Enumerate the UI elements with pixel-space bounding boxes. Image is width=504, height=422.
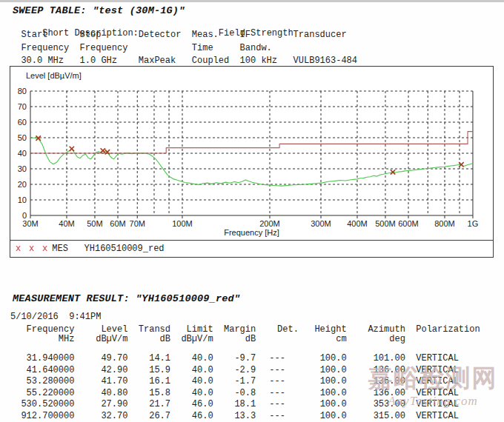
table-cell: VERTICAL — [416, 365, 459, 377]
table-cell: 55.220000 — [10, 388, 74, 400]
table-cell: -1.7 — [213, 376, 256, 388]
sweep-param-cell — [294, 42, 357, 56]
table-cell: 21.7 — [127, 399, 170, 411]
table-cell: -9.7 — [213, 353, 256, 365]
svg-text:200M: 200M — [259, 219, 280, 228]
table-row: 41.64000042.9015.940.0-2.9---100.0136.00… — [10, 365, 480, 377]
svg-text:50: 50 — [18, 133, 27, 142]
table-cell: deg — [347, 335, 405, 344]
table-cell: dB — [127, 335, 170, 344]
sweep-param-cell: Time — [192, 42, 240, 56]
table-cell: --- — [256, 376, 299, 388]
table-cell: 912.700000 — [10, 411, 74, 422]
svg-text:50M: 50M — [87, 219, 102, 228]
table-cell: 15.8 — [127, 388, 170, 400]
table-cell: VERTICAL — [416, 411, 459, 422]
table-cell: 46.0 — [170, 399, 213, 411]
svg-text:30: 30 — [18, 164, 27, 173]
table-cell: 27.90 — [74, 399, 127, 411]
svg-text:40M: 40M — [59, 219, 74, 228]
legend-marker-symbols: x x x — [16, 244, 49, 254]
table-cell: 42.90 — [74, 365, 127, 377]
table-cell: 18.1 — [213, 399, 256, 411]
sweep-parameters-table: StartStopDetectorMeas.IFTransducerFreque… — [10, 29, 357, 68]
table-cell: 136.00 — [347, 388, 405, 400]
svg-text:60: 60 — [18, 118, 27, 127]
table-cell: 40.80 — [74, 388, 127, 400]
svg-text:30M: 30M — [22, 219, 38, 228]
sweep-table-title: SWEEP TABLE: "test (30M-1G)" — [13, 5, 185, 16]
table-row: 55.22000040.8015.840.0-0.8---100.0136.00… — [10, 388, 480, 400]
table-cell: 101.00 — [347, 353, 405, 365]
table-cell: 26.7 — [127, 411, 170, 422]
svg-text:Frequency [Hz]: Frequency [Hz] — [224, 228, 279, 237]
top-divider — [0, 0, 504, 2]
svg-text:Level [dBµV/m]: Level [dBµV/m] — [26, 71, 82, 80]
table-cell: 100.0 — [299, 353, 347, 365]
table-cell: 41.70 — [74, 376, 127, 388]
svg-text:70M: 70M — [130, 219, 145, 228]
table-row: 530.52000027.9021.746.018.1---100.0353.0… — [10, 399, 480, 411]
measurement-result-table: FrequencyLevelTransdLimitMarginDet.Heigh… — [10, 325, 480, 422]
table-cell: --- — [256, 399, 299, 411]
table-cell: --- — [256, 353, 299, 365]
level-frequency-chart: 0102030405060708030M40M50M60M70M100M200M… — [10, 66, 494, 241]
table-cell: dBµV/m — [74, 335, 127, 344]
sweep-param-cell: Stop — [80, 29, 139, 42]
table-cell: 40.0 — [170, 365, 213, 377]
table-cell: -2.9 — [213, 365, 256, 377]
table-cell: dB — [213, 335, 256, 344]
table-cell: 46.0 — [170, 411, 213, 422]
table-cell: --- — [256, 411, 299, 422]
table-cell: 100.0 — [299, 411, 347, 422]
table-cell: 100.0 — [299, 399, 347, 411]
table-cell: 136.00 — [347, 376, 405, 388]
sweep-param-cell: Frequency — [21, 42, 79, 56]
table-cell: VERTICAL — [416, 376, 459, 388]
svg-text:10: 10 — [18, 195, 27, 204]
chart-canvas: 0102030405060708030M40M50M60M70M100M200M… — [10, 67, 493, 238]
table-cell: 315.00 — [347, 411, 405, 422]
table-cell: -0.8 — [213, 388, 256, 400]
legend-trace-name: YH160510009_red — [84, 244, 165, 254]
table-cell: 13.3 — [213, 411, 256, 422]
table-cell: 40.0 — [170, 353, 213, 365]
table-cell: 16.1 — [127, 376, 170, 388]
legend-trace-type: MES — [52, 244, 68, 254]
sweep-param-cell: Start — [21, 29, 79, 42]
table-cell: 15.9 — [127, 365, 170, 377]
measurement-result-title: MEASUREMENT RESULT: "YH160510009_red" — [13, 293, 240, 304]
svg-text:500M: 500M — [375, 219, 396, 228]
table-cell: Det. — [256, 325, 299, 335]
svg-text:40: 40 — [18, 149, 27, 158]
table-cell: 353.00 — [347, 399, 405, 411]
table-cell: VERTICAL — [416, 388, 459, 400]
sweep-param-cell: Transducer — [294, 29, 357, 42]
table-cell: cm — [299, 335, 347, 344]
sweep-param-cell: Bandw. — [240, 42, 294, 56]
emc-test-report-page: SWEEP TABLE: "test (30M-1G)" Short Descr… — [0, 0, 504, 422]
svg-text:300M: 300M — [311, 219, 331, 228]
table-cell: 136.00 — [347, 365, 405, 377]
table-row: 912.70000032.7026.746.013.3---100.0315.0… — [10, 411, 480, 422]
table-cell: dBµV/m — [170, 335, 213, 344]
svg-text:60M: 60M — [110, 219, 125, 228]
table-cell: VERTICAL — [416, 353, 459, 365]
table-row: 53.28000041.7016.140.0-1.7---100.0136.00… — [10, 376, 480, 388]
svg-text:20: 20 — [18, 180, 27, 189]
table-cell: 100.0 — [299, 376, 347, 388]
sweep-param-cell: Detector — [139, 29, 192, 42]
table-cell: 530.520000 — [10, 399, 74, 411]
svg-text:100M: 100M — [172, 219, 193, 228]
sweep-param-cell: Meas. — [192, 29, 240, 42]
table-cell: 41.640000 — [10, 365, 74, 377]
svg-text:800M: 800M — [434, 219, 455, 228]
table-cell: --- — [256, 365, 299, 377]
sweep-param-cell: IF — [240, 29, 294, 42]
table-cell: 31.940000 — [10, 353, 74, 365]
sweep-param-cell — [139, 42, 192, 56]
table-cell: 53.280000 — [10, 376, 74, 388]
measurement-timestamp: 5/10/2016 9:41PM — [10, 312, 101, 322]
measurement-table-body: 31.94000049.7014.140.0-9.7---100.0101.00… — [10, 353, 480, 422]
svg-text:1G: 1G — [468, 219, 479, 228]
